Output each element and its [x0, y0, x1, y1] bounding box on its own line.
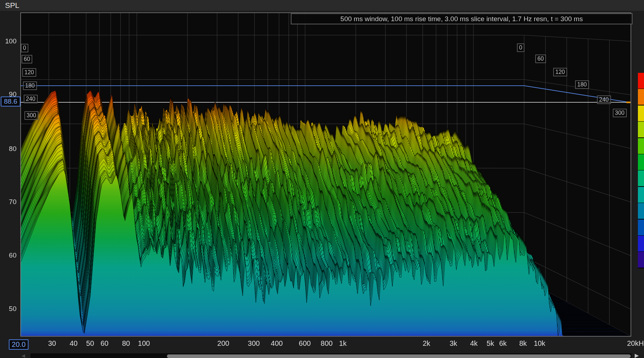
y-axis-tick-label: 70 [0, 198, 17, 206]
x-axis-tick-label: 300 [248, 339, 260, 348]
x-axis-tick-label: 30 [48, 339, 56, 348]
y-axis-tick-label: 50 [0, 305, 17, 312]
waterfall-3d-plot[interactable] [0, 0, 644, 358]
time-axis-label-left: 300 [24, 111, 38, 120]
x-axis-tick-label: 20kHz [627, 339, 644, 348]
rew-spl-waterfall-view: SPL 500 ms window, 100 ms rise time, 3.0… [0, 0, 644, 358]
y-axis-tick-label: 90 [0, 91, 17, 98]
time-axis-label-right: 180 [575, 80, 589, 89]
color-scale-block [638, 203, 644, 219]
time-axis-label-left: 120 [22, 68, 36, 77]
x-axis-tick-label: 5k [486, 339, 494, 348]
color-scale-block [638, 220, 644, 235]
x-axis-tick-label: 60 [101, 339, 108, 348]
color-scale-block [638, 73, 644, 89]
color-scale-block [638, 122, 644, 137]
time-axis-label-left: 180 [23, 81, 37, 90]
x-axis-tick-label: 800 [321, 339, 332, 348]
y-axis-tick-label: 60 [0, 252, 17, 259]
x-axis-tick-label: 4k [470, 339, 477, 348]
x-axis-tick-label: 400 [271, 339, 283, 348]
x-axis-start-value[interactable]: 20.0 [9, 339, 29, 350]
x-axis-tick-label: 100 [138, 339, 150, 348]
time-axis-label-right: 0 [517, 43, 524, 52]
x-axis-tick-label: 200 [217, 339, 229, 348]
time-axis-label-left: 240 [24, 95, 38, 103]
x-axis-tick-label: 8k [519, 339, 527, 348]
x-axis-tick-label: 80 [122, 339, 130, 348]
x-axis-tick-label: 2k [423, 339, 430, 348]
y-axis-tick-label: 80 [0, 145, 17, 152]
spl-cursor-value[interactable]: 88.6 [1, 96, 20, 107]
horizontal-scrollbar-thumb[interactable] [167, 354, 631, 358]
color-scale-block [638, 138, 644, 154]
color-scale-block [638, 154, 644, 170]
time-axis-label-right: 300 [613, 109, 627, 117]
time-axis-label-right: 120 [553, 68, 567, 76]
y-axis-tick-label: 100 [0, 38, 17, 45]
x-axis-tick-label: 40 [70, 339, 78, 348]
time-axis-label-right: 60 [535, 55, 546, 63]
time-axis-label-right: 240 [597, 95, 611, 104]
x-axis-tick-label: 3k [449, 339, 457, 348]
scrollbar-right-arrow-icon[interactable]: ▶ [635, 353, 639, 358]
color-scale-block [638, 236, 644, 251]
analysis-settings-readout: 500 ms window, 100 ms rise time, 3.00 ms… [291, 13, 633, 24]
color-scale-block [638, 170, 644, 186]
color-scale-block [638, 105, 644, 121]
x-axis-tick-label: 10k [534, 339, 545, 348]
time-axis-label-left: 60 [22, 55, 32, 63]
x-axis-tick-label: 1k [339, 339, 346, 348]
spl-color-scale[interactable] [638, 73, 644, 268]
color-scale-block [638, 89, 644, 105]
x-axis-tick-label: 50 [86, 339, 94, 348]
time-axis-label-left: 0 [21, 44, 28, 52]
color-scale-block [638, 252, 644, 268]
scrollbar-left-arrow-icon[interactable]: ◀ [22, 353, 25, 358]
x-axis-tick-label: 6k [499, 339, 507, 348]
x-axis-tick-label: 600 [299, 339, 311, 348]
color-scale-block [638, 187, 644, 203]
